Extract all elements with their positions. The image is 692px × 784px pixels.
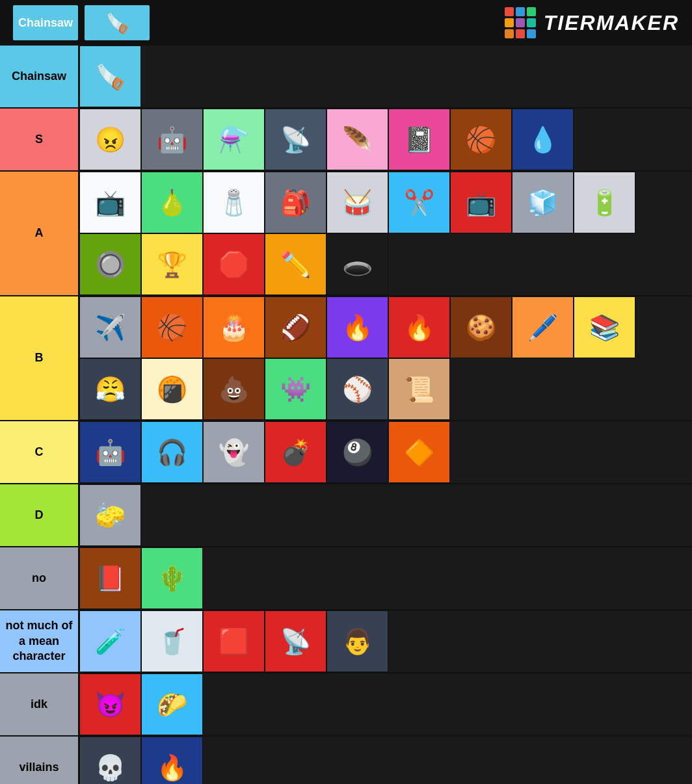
character-emoji: 🏆	[157, 252, 187, 277]
tier-item: 👾	[265, 358, 326, 420]
character-emoji: 🧊	[527, 190, 558, 215]
tier-item: 🪶	[326, 109, 388, 170]
tier-item: 👨	[326, 610, 388, 672]
tier-item: 😈	[79, 673, 141, 735]
character-emoji: 🔶	[404, 440, 434, 465]
tier-items-villains: 💀🔥	[78, 737, 692, 784]
character-emoji: 👾	[280, 377, 311, 402]
tier-item: 🤖	[141, 109, 203, 170]
tier-item: 📜	[388, 358, 450, 420]
tier-items-no: 📕🌵	[78, 547, 692, 609]
character-emoji: 🧪	[95, 629, 126, 654]
tier-item: 💩	[203, 358, 265, 420]
tier-item: 🍘	[141, 358, 203, 420]
character-emoji: 🎂	[219, 315, 249, 340]
tier-item: 🕳️	[326, 233, 388, 295]
tier-label-notmuch: not much of a mean character	[0, 610, 78, 672]
character-emoji: 👻	[219, 440, 249, 465]
character-emoji: 🔘	[95, 252, 126, 277]
tier-label-idk: idk	[0, 673, 78, 735]
tier-item: ✂️	[388, 172, 450, 233]
tier-item: 🤖	[79, 421, 141, 483]
tier-item: 🍐	[141, 172, 203, 233]
character-emoji: 🪶	[342, 127, 373, 152]
tier-items-c: 🤖🎧👻💣🎱🔶	[78, 421, 692, 483]
character-emoji: 🧂	[219, 190, 249, 215]
character-emoji: 👨	[342, 629, 373, 654]
header: Chainsaw 🪚 TiERMAKER	[0, 0, 692, 46]
character-emoji: 🖊️	[527, 315, 558, 340]
tier-item: 🎒	[265, 172, 326, 233]
tier-item: 🧊	[512, 172, 574, 233]
character-emoji: 🪚	[95, 64, 126, 89]
tiermaker-brand: TiERMAKER	[505, 7, 679, 38]
tier-item: 🥁	[326, 172, 388, 233]
tier-label-c: C	[0, 421, 78, 483]
tiermaker-logo-grid	[505, 7, 536, 38]
tier-items-s: 😠🤖⚗️📡🪶📓🏀💧	[78, 109, 692, 170]
tier-item: 🔘	[79, 233, 141, 295]
tier-item: ⚗️	[203, 109, 265, 170]
character-emoji: 📚	[589, 315, 620, 340]
character-emoji: 🥁	[342, 190, 373, 215]
tier-item: 🌵	[141, 547, 203, 609]
tier-item: 🌮	[141, 673, 203, 735]
tier-label-a: A	[0, 172, 78, 295]
tier-label-b: B	[0, 296, 78, 420]
character-emoji: 🟥	[219, 629, 249, 654]
tier-item: 🔶	[388, 421, 450, 483]
character-emoji: 🛑	[219, 252, 249, 277]
character-emoji: 📕	[95, 566, 126, 591]
character-emoji: 📺	[95, 190, 126, 215]
character-emoji: 🔋	[589, 190, 620, 215]
character-emoji: 💧	[527, 127, 558, 152]
tier-item: 🧽	[79, 484, 141, 546]
tier-row-a: A📺🍐🧂🎒🥁✂️📺🧊🔋🔘🏆🛑✏️🕳️	[0, 172, 692, 296]
character-emoji: 🍪	[466, 315, 496, 340]
character-emoji: 🥤	[157, 629, 187, 654]
tier-item: 🖊️	[512, 296, 574, 358]
tier-label-s: S	[0, 109, 78, 170]
tier-item: ✈️	[79, 296, 141, 358]
character-emoji: 🧽	[95, 503, 126, 528]
tier-item: 🎂	[203, 296, 265, 358]
tier-row-villains: villains💀🔥	[0, 737, 692, 784]
tier-item: 💧	[512, 109, 574, 170]
character-emoji: ⚗️	[219, 127, 249, 152]
character-emoji: 💣	[280, 440, 311, 465]
tier-item: 📡	[265, 109, 326, 170]
tier-item: 🍪	[450, 296, 512, 358]
character-emoji: 😈	[95, 692, 126, 717]
character-emoji: 🏈	[280, 315, 311, 340]
character-emoji: 🔥	[157, 755, 187, 780]
tier-items-chainsaw: 🪚	[78, 46, 692, 107]
tier-item: 👻	[203, 421, 265, 483]
tier-item: 🏀	[450, 109, 512, 170]
character-emoji: 📡	[280, 127, 311, 152]
tier-item: 🏀	[141, 296, 203, 358]
tier-item: 🎱	[326, 421, 388, 483]
tier-item: 🟥	[203, 610, 265, 672]
tier-row-s: S😠🤖⚗️📡🪶📓🏀💧	[0, 109, 692, 172]
tier-item: 🪚	[79, 46, 141, 107]
tier-item: 🏈	[265, 296, 326, 358]
tier-item: ⚾	[326, 358, 388, 420]
character-emoji: ⚾	[342, 377, 373, 402]
character-emoji: 🏀	[466, 127, 496, 152]
tier-list: Chainsaw 🪚 TiERMAKER Chainsaw🪚S😠🤖⚗️📡🪶📓�	[0, 0, 692, 784]
character-emoji: 🍘	[157, 377, 187, 402]
tier-items-notmuch: 🧪🥤🟥📡👨	[78, 610, 692, 672]
tier-item: 😤	[79, 358, 141, 420]
tier-row-c: C🤖🎧👻💣🎱🔶	[0, 421, 692, 484]
character-emoji: 🔥	[404, 315, 434, 340]
tier-item: 😠	[79, 109, 141, 170]
tier-item: 💣	[265, 421, 326, 483]
character-emoji: 🎒	[280, 190, 311, 215]
tier-label-villains: villains	[0, 737, 78, 784]
chainsaw-row-label: Chainsaw 🪚	[13, 5, 150, 40]
tier-label-chainsaw: Chainsaw	[0, 46, 78, 107]
tier-item: 📚	[574, 296, 635, 358]
character-emoji: 🎧	[157, 440, 187, 465]
tier-items-b: ✈️🏀🎂🏈🔥🔥🍪🖊️📚😤🍘💩👾⚾📜	[78, 296, 692, 420]
character-emoji: 😤	[95, 377, 126, 402]
